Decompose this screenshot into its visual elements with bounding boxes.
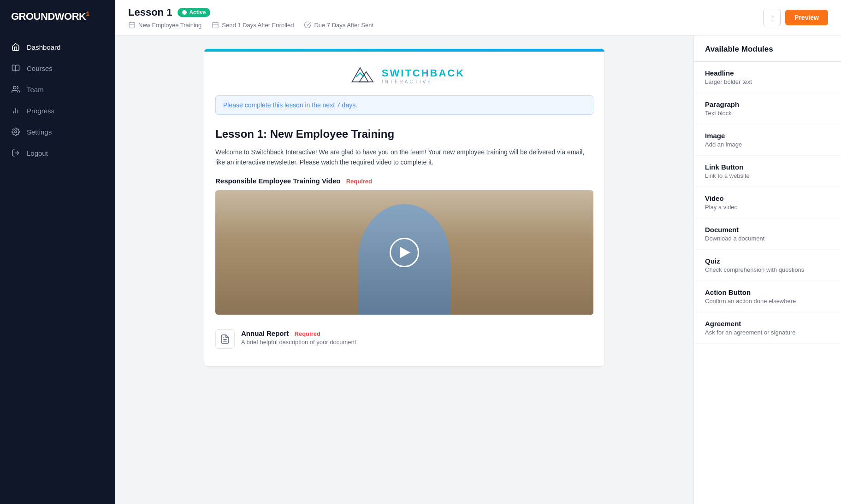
main-container: Lesson 1 Active New Employee Training Se…: [115, 0, 841, 504]
video-required-badge: Required: [346, 178, 372, 185]
svg-rect-10: [213, 23, 218, 28]
lesson-card: SWITCHBACK INTERACTIVE Please complete t…: [204, 48, 605, 367]
sidebar-item-team[interactable]: Team: [0, 79, 115, 100]
lesson-preview: SWITCHBACK INTERACTIVE Please complete t…: [115, 35, 693, 504]
document-icon: [215, 329, 235, 349]
check-circle-icon: [304, 21, 311, 29]
module-desc: Play a video: [705, 204, 830, 211]
right-panel: Available Modules Headline Larger bolder…: [693, 35, 841, 504]
more-options-button[interactable]: ⋮: [763, 9, 781, 26]
video-section-title: Responsible Employee Training Video Requ…: [215, 177, 593, 185]
svg-marker-14: [352, 68, 368, 82]
sidebar-item-label: Courses: [27, 64, 53, 72]
svg-point-4: [15, 131, 17, 133]
mountain-logo-icon: [344, 65, 376, 86]
video-thumbnail[interactable]: [215, 190, 593, 315]
module-item-document[interactable]: Document Download a document: [694, 218, 841, 250]
company-sub: INTERACTIVE: [382, 79, 465, 84]
module-item-action-button[interactable]: Action Button Confirm an action done els…: [694, 281, 841, 312]
company-name: SWITCHBACK: [382, 67, 465, 79]
status-badge: Active: [178, 8, 210, 17]
module-name: Link Button: [705, 163, 830, 171]
sidebar-item-label: Dashboard: [27, 43, 60, 51]
course-meta: New Employee Training: [128, 21, 201, 29]
module-name: Headline: [705, 69, 830, 77]
document-info: Annual Report Required A brief helpful d…: [241, 329, 356, 346]
panel-title: Available Modules: [705, 45, 830, 54]
module-name: Document: [705, 226, 830, 234]
course-icon: [128, 21, 136, 29]
sidebar-nav: Dashboard Courses Team Progress Settings: [0, 33, 115, 504]
svg-point-0: [13, 87, 16, 89]
doc-desc: A brief helpful description of your docu…: [241, 339, 356, 346]
home-icon: [11, 42, 20, 52]
module-item-quiz[interactable]: Quiz Check comprehension with questions: [694, 250, 841, 281]
users-icon: [11, 85, 20, 94]
file-icon: [220, 334, 230, 344]
sidebar-item-label: Settings: [27, 128, 52, 136]
header-actions: ⋮ Preview: [763, 9, 828, 26]
sidebar-item-label: Progress: [27, 107, 54, 115]
sidebar-item-courses[interactable]: Courses: [0, 58, 115, 79]
module-item-agreement[interactable]: Agreement Ask for an agreement or signat…: [694, 312, 841, 344]
module-name: Quiz: [705, 257, 830, 265]
lesson-intro: Welcome to Switchback Interactive! We ar…: [215, 147, 593, 168]
sidebar: GROUNDWORK1 Dashboard Courses Team: [0, 0, 115, 504]
lesson-title: Lesson 1: [128, 6, 172, 18]
module-name: Image: [705, 132, 830, 140]
header-title-row: Lesson 1 Active: [128, 6, 373, 18]
app-name: GROUNDWORK1: [11, 10, 89, 23]
logout-icon: [11, 148, 20, 158]
preview-button[interactable]: Preview: [785, 10, 828, 25]
module-desc: Download a document: [705, 235, 830, 242]
toggle-dot: [182, 10, 187, 15]
module-desc: Link to a website: [705, 172, 830, 179]
module-name: Paragraph: [705, 100, 830, 108]
send-days-label: Send 1 Days After Enrolled: [222, 22, 294, 29]
module-desc: Larger bolder text: [705, 78, 830, 85]
play-button[interactable]: [390, 238, 419, 267]
play-triangle-icon: [400, 247, 410, 258]
module-item-headline[interactable]: Headline Larger bolder text: [694, 62, 841, 93]
header-meta: New Employee Training Send 1 Days After …: [128, 21, 373, 29]
lesson-body: Lesson 1: New Employee Training Welcome …: [204, 123, 604, 366]
document-item: Annual Report Required A brief helpful d…: [215, 323, 593, 355]
module-name: Action Button: [705, 288, 830, 296]
module-item-paragraph[interactable]: Paragraph Text block: [694, 93, 841, 124]
doc-title: Annual Report Required: [241, 329, 356, 337]
lesson-heading: Lesson 1: New Employee Training: [215, 128, 593, 141]
panel-header: Available Modules: [694, 35, 841, 62]
module-name: Video: [705, 194, 830, 202]
module-name: Agreement: [705, 320, 830, 328]
module-item-video[interactable]: Video Play a video: [694, 187, 841, 218]
page-header: Lesson 1 Active New Employee Training Se…: [115, 0, 841, 35]
modules-list: Headline Larger bolder text Paragraph Te…: [694, 62, 841, 344]
module-desc: Ask for an agreement or signature: [705, 329, 830, 336]
course-name: New Employee Training: [138, 22, 201, 29]
sidebar-item-settings[interactable]: Settings: [0, 121, 115, 142]
sidebar-item-label: Logout: [27, 149, 48, 157]
module-desc: Confirm an action done elsewhere: [705, 298, 830, 305]
gear-icon: [11, 127, 20, 136]
send-days-meta: Send 1 Days After Enrolled: [212, 21, 294, 29]
logo: GROUNDWORK1: [0, 0, 115, 33]
sidebar-item-dashboard[interactable]: Dashboard: [0, 36, 115, 58]
module-item-image[interactable]: Image Add an image: [694, 124, 841, 156]
sidebar-item-logout[interactable]: Logout: [0, 142, 115, 164]
sidebar-item-progress[interactable]: Progress: [0, 100, 115, 121]
sidebar-item-label: Team: [27, 86, 44, 94]
module-desc: Text block: [705, 110, 830, 117]
svg-rect-6: [129, 23, 135, 28]
calendar-icon: [212, 21, 219, 29]
module-desc: Check comprehension with questions: [705, 266, 830, 273]
svg-marker-15: [359, 72, 373, 82]
book-icon: [11, 64, 20, 73]
module-item-link-button[interactable]: Link Button Link to a website: [694, 156, 841, 187]
chart-icon: [11, 106, 20, 115]
doc-required-badge: Required: [295, 330, 320, 337]
company-logo: SWITCHBACK INTERACTIVE: [344, 65, 465, 86]
module-desc: Add an image: [705, 141, 830, 148]
due-days-label: Due 7 Days After Sent: [314, 22, 373, 29]
lesson-logo-area: SWITCHBACK INTERACTIVE: [204, 52, 604, 95]
content-area: SWITCHBACK INTERACTIVE Please complete t…: [115, 35, 841, 504]
